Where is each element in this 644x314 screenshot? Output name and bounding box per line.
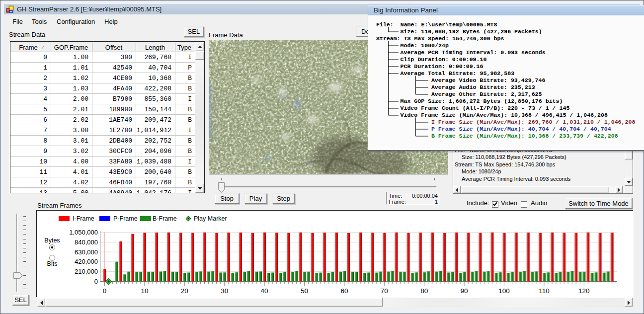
svg-text:P-Frame: P-Frame [113, 215, 138, 222]
svg-text:120: 120 [578, 287, 590, 295]
svg-text:1,050,000: 1,050,000 [69, 229, 98, 236]
svg-text:100: 100 [498, 287, 510, 295]
svg-text:50: 50 [301, 287, 308, 295]
svg-text:210,000: 210,000 [75, 268, 98, 275]
svg-text:B-Frame: B-Frame [153, 215, 177, 222]
svg-text:0: 0 [94, 278, 98, 285]
svg-text:I-Frame: I-Frame [73, 215, 94, 222]
svg-text:70: 70 [381, 287, 388, 295]
svg-text:80: 80 [420, 287, 428, 295]
svg-text:420,000: 420,000 [75, 258, 98, 265]
svg-text:Bits: Bits [47, 260, 58, 267]
svg-text:10: 10 [141, 287, 148, 295]
svg-text:0: 0 [103, 287, 107, 295]
svg-text:840,000: 840,000 [75, 238, 98, 246]
svg-text:90: 90 [461, 287, 468, 295]
svg-text:Play Marker: Play Marker [194, 215, 227, 222]
svg-text:60: 60 [340, 287, 348, 295]
svg-text:40: 40 [261, 287, 268, 295]
svg-text:20: 20 [181, 287, 188, 295]
svg-text:Bytes: Bytes [44, 237, 60, 244]
svg-text:110: 110 [539, 287, 550, 295]
svg-text:30: 30 [221, 287, 228, 295]
svg-text:630,000: 630,000 [75, 248, 98, 256]
